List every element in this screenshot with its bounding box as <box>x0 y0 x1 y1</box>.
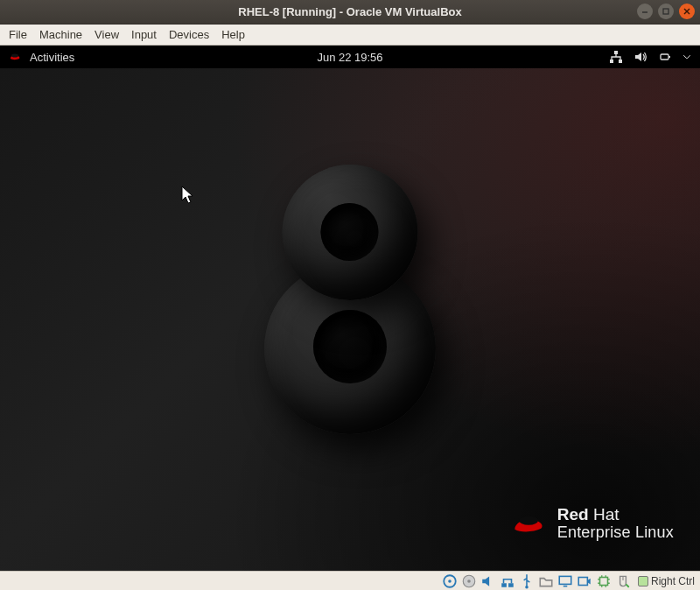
guest-display[interactable]: Activities Jun 22 19:56 <box>0 46 700 571</box>
gnome-clock[interactable]: Jun 22 19:56 <box>0 51 700 64</box>
redhat-logo-icon <box>512 510 547 537</box>
minimize-button[interactable] <box>637 4 653 19</box>
menu-devices[interactable]: Devices <box>169 28 209 41</box>
minimize-icon <box>640 7 649 16</box>
brand-name: Red Hat <box>557 506 674 524</box>
svg-rect-7 <box>619 60 622 63</box>
host-key-indicator[interactable]: Right Ctrl <box>638 575 695 587</box>
svg-rect-6 <box>610 60 613 63</box>
close-button[interactable] <box>679 4 695 19</box>
vb-statusbar: Right Ctrl <box>0 571 700 590</box>
menu-machine[interactable]: Machine <box>39 28 82 41</box>
svg-point-12 <box>448 579 452 583</box>
svg-point-17 <box>525 585 528 588</box>
svg-rect-15 <box>501 583 507 587</box>
gnome-top-left: Activities <box>9 50 74 64</box>
svg-point-14 <box>467 579 471 583</box>
gnome-status-area[interactable] <box>609 50 691 64</box>
mouse-cursor-icon <box>181 186 195 207</box>
chevron-down-icon <box>682 50 691 64</box>
hdd-indicator-icon[interactable] <box>442 574 458 588</box>
host-key-icon <box>638 576 648 586</box>
svg-point-10 <box>519 516 538 525</box>
svg-point-4 <box>11 54 18 58</box>
close-icon <box>682 7 691 16</box>
menubar: File Machine View Input Devices Help <box>0 25 700 46</box>
menu-input[interactable]: Input <box>131 28 157 41</box>
virtualbox-window: RHEL-8 [Running] - Oracle VM VirtualBox … <box>0 0 700 590</box>
display-indicator-icon[interactable] <box>557 574 573 588</box>
svg-rect-21 <box>599 577 607 585</box>
svg-rect-20 <box>578 577 587 585</box>
menu-view[interactable]: View <box>94 28 119 41</box>
redhat-brand: Red Hat Enterprise Linux <box>512 506 674 541</box>
shared-folder-indicator-icon[interactable] <box>538 574 554 588</box>
window-controls <box>637 4 695 19</box>
recording-indicator-icon[interactable] <box>577 574 592 588</box>
window-titlebar[interactable]: RHEL-8 [Running] - Oracle VM VirtualBox <box>0 0 700 25</box>
mouse-integration-icon[interactable] <box>615 574 631 588</box>
maximize-button[interactable] <box>658 4 674 19</box>
svg-rect-8 <box>661 54 668 60</box>
optical-indicator-icon[interactable] <box>461 574 477 588</box>
host-key-label: Right Ctrl <box>651 575 695 587</box>
network-indicator-icon[interactable] <box>500 574 515 588</box>
gnome-top-bar: Activities Jun 22 19:56 <box>0 46 700 68</box>
svg-rect-18 <box>559 576 571 584</box>
maximize-icon <box>662 7 670 16</box>
activities-button[interactable]: Activities <box>30 51 74 64</box>
power-icon <box>658 50 672 64</box>
usb-indicator-icon[interactable] <box>519 574 535 588</box>
svg-rect-1 <box>663 9 668 14</box>
menu-file[interactable]: File <box>9 28 27 41</box>
window-title: RHEL-8 [Running] - Oracle VM VirtualBox <box>238 5 461 18</box>
svg-rect-5 <box>614 51 618 54</box>
svg-rect-9 <box>669 56 671 58</box>
audio-indicator-icon[interactable] <box>480 574 496 588</box>
rhel8-logo <box>249 168 451 431</box>
redhat-icon <box>9 50 23 64</box>
brand-tagline: Enterprise Linux <box>557 524 674 541</box>
volume-icon <box>634 50 648 64</box>
cpu-indicator-icon[interactable] <box>596 574 612 588</box>
network-icon <box>609 50 623 64</box>
menu-help[interactable]: Help <box>221 28 245 41</box>
svg-rect-16 <box>508 583 514 587</box>
desktop-wallpaper: Red Hat Enterprise Linux <box>0 68 700 571</box>
